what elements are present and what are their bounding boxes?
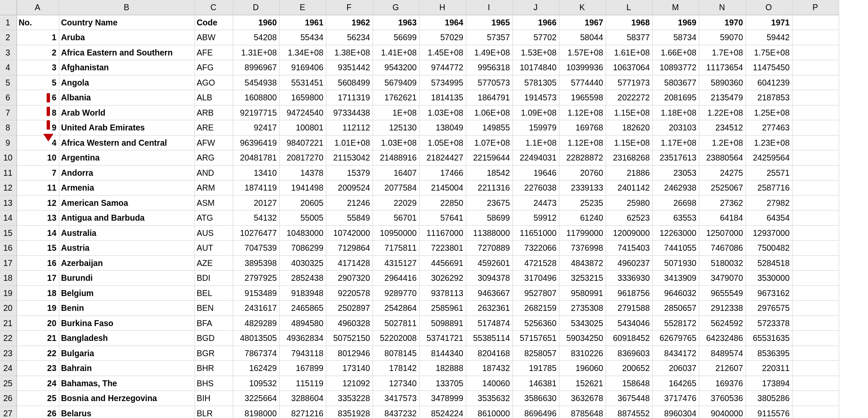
cell-country-26[interactable]: Bosnia and Herzegovina [59,391,195,406]
cell-18-14[interactable]: 3479070 [699,271,746,286]
cell-19-5[interactable]: 9183948 [280,286,326,301]
cell-18-8[interactable]: 3026292 [420,271,466,286]
cell-code-26[interactable]: BIH [195,391,233,406]
cell-5-14[interactable]: 5890360 [699,75,746,91]
cell-country-2[interactable]: Aruba [59,30,195,45]
column-header-G[interactable]: G [373,0,420,15]
cell-11-6[interactable]: 15379 [326,166,373,181]
cell-p-3[interactable] [793,45,839,61]
cell-22-12[interactable]: 60918452 [606,331,653,346]
cell-24-6[interactable]: 173140 [326,361,373,376]
cell-10-9[interactable]: 22159644 [466,150,513,166]
cell-7-13[interactable]: 1.18E+08 [653,105,699,121]
column-header-H[interactable]: H [420,0,466,15]
cell-no-7[interactable]: 8 [17,105,59,121]
cell-15-9[interactable]: 11388000 [466,226,513,241]
cell-19-8[interactable]: 9378113 [420,286,466,301]
row-header-6[interactable]: 6 [0,90,17,105]
cell-code-2[interactable]: ABW [195,30,233,45]
cell-4-11[interactable]: 10399936 [559,60,606,75]
cell-24-5[interactable]: 167899 [280,361,326,376]
cell-code-14[interactable]: ATG [195,210,233,226]
cell-code-11[interactable]: AND [195,166,233,181]
cell-p-26[interactable] [793,391,839,406]
cell-24-9[interactable]: 187432 [466,361,513,376]
cell-25-13[interactable]: 164265 [653,376,699,391]
cell-6-11[interactable]: 1965598 [559,90,606,105]
cell-country-11[interactable]: Andorra [59,166,195,181]
select-all-corner[interactable] [0,0,17,15]
cell-20-15[interactable]: 2976575 [746,301,793,316]
cell-code-8[interactable]: ARE [195,120,233,136]
cell-16-7[interactable]: 7175811 [373,241,420,256]
cell-24-12[interactable]: 200652 [606,361,653,376]
cell-13-14[interactable]: 27362 [699,196,746,211]
cell-p-19[interactable] [793,286,839,301]
cell-code-9[interactable]: AFW [195,136,233,151]
cell-19-14[interactable]: 9655549 [699,286,746,301]
cell-22-4[interactable]: 48013505 [233,331,280,346]
cell-21-13[interactable]: 5528172 [653,316,699,331]
cell-16-9[interactable]: 7270889 [466,241,513,256]
cell-code-5[interactable]: AGO [195,75,233,91]
cell-16-10[interactable]: 7322066 [513,241,559,256]
cell-12-9[interactable]: 2211316 [466,180,513,196]
row-header-21[interactable]: 21 [0,316,17,331]
cell-10-11[interactable]: 22828872 [559,150,606,166]
cell-26-14[interactable]: 3760536 [699,391,746,406]
cell-21-9[interactable]: 5174874 [466,316,513,331]
cell-p-5[interactable] [793,75,839,91]
cell-12-7[interactable]: 2077584 [373,180,420,196]
cell-country-8[interactable]: United Arab Emirates [59,120,195,136]
cell-country-15[interactable]: Australia [59,226,195,241]
cell-10-15[interactable]: 24259564 [746,150,793,166]
column-header-L[interactable]: L [606,0,653,15]
cell-14-8[interactable]: 57641 [420,210,466,226]
row-header-12[interactable]: 12 [0,180,17,196]
cell-code-10[interactable]: ARG [195,150,233,166]
cell-25-8[interactable]: 133705 [420,376,466,391]
spreadsheet-grid[interactable]: ABCDEFGHIJKLMNOP1No.Country NameCode1960… [0,0,868,418]
cell-2-8[interactable]: 57029 [420,30,466,45]
cell-country-24[interactable]: Bahrain [59,361,195,376]
column-header-B[interactable]: B [59,0,195,15]
cell-6-6[interactable]: 1711319 [326,90,373,105]
cell-21-6[interactable]: 4960328 [326,316,373,331]
cell-9-5[interactable]: 98407221 [280,136,326,151]
cell-23-12[interactable]: 8369603 [606,346,653,361]
cell-23-8[interactable]: 8144340 [420,346,466,361]
cell-17-11[interactable]: 4843872 [559,256,606,271]
cell-20-9[interactable]: 2632361 [466,301,513,316]
cell-26-13[interactable]: 3717476 [653,391,699,406]
cell-no-23[interactable]: 22 [17,346,59,361]
cell-no-16[interactable]: 15 [17,241,59,256]
cell-9-4[interactable]: 96396419 [233,136,280,151]
cell-20-5[interactable]: 2465865 [280,301,326,316]
cell-17-12[interactable]: 4960237 [606,256,653,271]
cell-27-15[interactable]: 9115576 [746,406,793,418]
cell-4-7[interactable]: 9543200 [373,60,420,75]
column-header-F[interactable]: F [326,0,373,15]
cell-23-6[interactable]: 8012946 [326,346,373,361]
cell-6-8[interactable]: 1814135 [420,90,466,105]
cell-13-7[interactable]: 22029 [373,196,420,211]
cell-country-12[interactable]: Armenia [59,180,195,196]
cell-7-8[interactable]: 1.03E+08 [420,105,466,121]
cell-22-9[interactable]: 55385114 [466,331,513,346]
cell-6-12[interactable]: 2022272 [606,90,653,105]
cell-11-9[interactable]: 18542 [466,166,513,181]
cell-17-9[interactable]: 4592601 [466,256,513,271]
cell-no-6[interactable]: 6 [17,90,59,105]
cell-21-14[interactable]: 5624592 [699,316,746,331]
cell-12-5[interactable]: 1941498 [280,180,326,196]
cell-17-6[interactable]: 4171428 [326,256,373,271]
cell-9-11[interactable]: 1.12E+08 [559,136,606,151]
cell-20-7[interactable]: 2542864 [373,301,420,316]
cell-27-11[interactable]: 8785648 [559,406,606,418]
cell-13-13[interactable]: 26698 [653,196,699,211]
cell-10-7[interactable]: 21488916 [373,150,420,166]
cell-7-7[interactable]: 1E+08 [373,105,420,121]
cell-no-22[interactable]: 21 [17,331,59,346]
cell-24-14[interactable]: 212607 [699,361,746,376]
cell-15-14[interactable]: 12507000 [699,226,746,241]
